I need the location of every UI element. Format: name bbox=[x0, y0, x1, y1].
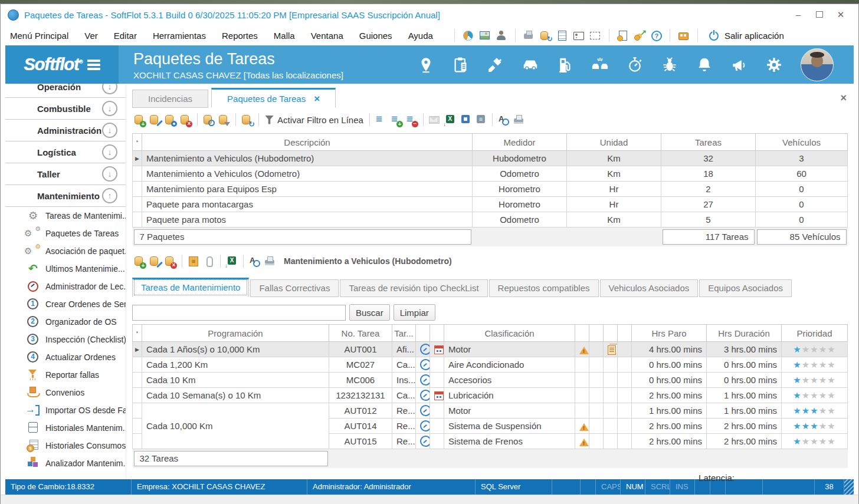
task-row[interactable]: Cada 1,200 KmMC027Ca...Aire Acondicionad… bbox=[133, 357, 848, 373]
close-tab-icon[interactable]: × bbox=[314, 90, 320, 107]
user-icon[interactable] bbox=[495, 29, 508, 41]
image-icon[interactable] bbox=[478, 29, 491, 41]
subtab-equipos-asociados[interactable]: Equipos Asociados bbox=[699, 279, 792, 297]
sidebar-section-operacion[interactable]: Operación↓ bbox=[5, 84, 126, 98]
task-row[interactable]: ▶Cada 1 Años(s) o 10,000 KmAUT001Afi...M… bbox=[133, 342, 848, 357]
id-card-icon[interactable] bbox=[677, 29, 690, 41]
chevron-up-icon[interactable]: ↑ bbox=[102, 188, 117, 203]
column-header-tareas[interactable]: Tareas bbox=[661, 134, 756, 151]
notes-icon[interactable] bbox=[187, 255, 200, 268]
sidebar-section-taller[interactable]: Taller↓ bbox=[5, 163, 126, 185]
help-icon[interactable] bbox=[650, 29, 663, 41]
car-icon[interactable] bbox=[522, 56, 539, 74]
sidebar-item-administrador-de-lec[interactable]: Administrador de Lec... bbox=[5, 278, 126, 295]
column-header-descripcion[interactable]: Descripción bbox=[142, 134, 473, 151]
column-header-tar[interactable]: Tar... bbox=[392, 325, 416, 342]
tab-incidencias[interactable]: Incidencias bbox=[132, 90, 208, 108]
subtab-tareas-de-mantenimiento[interactable]: Tareas de Mantenimiento bbox=[132, 278, 249, 297]
chevron-down-icon[interactable]: ↓ bbox=[102, 84, 117, 94]
menu-item-malla[interactable]: Malla bbox=[274, 31, 295, 41]
print-icon[interactable] bbox=[513, 114, 526, 126]
menu-item-herramientas[interactable]: Herramientas bbox=[153, 31, 206, 41]
package-row[interactable]: Mantenimiento para Equipos EspHorometroH… bbox=[133, 182, 848, 197]
chevron-down-icon[interactable]: ↓ bbox=[102, 144, 117, 160]
contact-card-icon[interactable] bbox=[572, 29, 585, 41]
subtab-fallas-correctivas[interactable]: Fallas Correctivas bbox=[250, 279, 339, 297]
package-row[interactable]: Paquete para motosOdometroKm50 bbox=[133, 212, 848, 228]
close-button[interactable]: ✕ bbox=[830, 7, 851, 22]
db-transfer-icon[interactable] bbox=[539, 29, 552, 41]
search-input[interactable] bbox=[132, 305, 346, 321]
menu-item-ayuda[interactable]: Ayuda bbox=[408, 31, 433, 41]
print-icon[interactable] bbox=[264, 255, 277, 268]
sidebar-section-administracion[interactable]: Administración↓ bbox=[5, 120, 126, 141]
hamburger-menu-icon[interactable] bbox=[87, 58, 100, 72]
crash-icon[interactable] bbox=[591, 56, 609, 74]
db-search-icon[interactable] bbox=[202, 114, 215, 126]
sidebar-item-analizador-mantenim[interactable]: Analizador Mantenim... bbox=[5, 454, 126, 472]
tree-list-icon[interactable] bbox=[375, 114, 388, 126]
certificate-icon[interactable] bbox=[617, 29, 630, 41]
find-text-icon[interactable] bbox=[248, 255, 261, 268]
find-text-icon[interactable] bbox=[497, 114, 510, 126]
chevron-down-icon[interactable]: ↓ bbox=[102, 166, 117, 182]
gear-icon[interactable] bbox=[765, 56, 783, 74]
column-header-unidad[interactable]: Unidad bbox=[567, 134, 661, 151]
db-delete-icon[interactable] bbox=[179, 114, 192, 126]
task-row[interactable]: Cada 10 Semana(s) o 10 Km1232132131Ca...… bbox=[133, 388, 848, 403]
menu-item-ver[interactable]: Ver bbox=[84, 31, 98, 41]
close-panel-icon[interactable]: × bbox=[840, 92, 848, 104]
menu-item-menu-principal[interactable]: Menú Principal bbox=[10, 31, 68, 41]
sidebar-section-combustible[interactable]: Combustible↓ bbox=[5, 98, 126, 120]
exit-application-button[interactable]: Salir aplicación bbox=[706, 29, 784, 41]
menu-item-ventana[interactable]: Ventana bbox=[311, 31, 343, 41]
sidebar-item-reportar-fallas[interactable]: Reportar fallas bbox=[5, 366, 126, 384]
sidebar-item-historiales-mantenim[interactable]: Historiales Mantenim... bbox=[5, 419, 126, 437]
sidebar-section-logistica[interactable]: Logística↓ bbox=[5, 141, 126, 163]
task-row[interactable]: Cada 10,000 KmAUT012Re...Motor1 hrs.00 m… bbox=[133, 403, 848, 419]
bug-icon[interactable] bbox=[661, 56, 678, 74]
stopwatch-icon[interactable] bbox=[626, 56, 644, 74]
sidebar-item-historiales-consumos[interactable]: Historiales Consumos bbox=[5, 437, 126, 454]
window-frame-icon[interactable] bbox=[589, 29, 602, 41]
sidebar-item-paquetes-de-tareas[interactable]: Paquetes de Tareas bbox=[5, 225, 126, 242]
clipboard-icon[interactable] bbox=[452, 56, 470, 74]
subtab-repuestos-compatibles[interactable]: Repuestos compatibles bbox=[489, 279, 599, 297]
plug-icon[interactable] bbox=[487, 56, 504, 74]
activate-inline-filter-button[interactable]: Activar Filtro en Línea bbox=[265, 115, 363, 125]
subtab-vehiculos-asociados[interactable]: Vehiculos Asociados bbox=[600, 279, 699, 297]
print-settings-icon[interactable] bbox=[523, 29, 536, 41]
report-icon[interactable] bbox=[556, 29, 569, 41]
limpiar-button[interactable]: Limpiar bbox=[394, 304, 435, 321]
package-row[interactable]: Paquete para montacargasHorometroHr270 bbox=[133, 197, 848, 212]
db-filter-icon[interactable] bbox=[218, 114, 231, 126]
subtab-tareas-de-revision-tipo-checklist[interactable]: Tareas de revisión tipo CheckList bbox=[340, 279, 487, 297]
finance-chart-icon[interactable] bbox=[633, 29, 646, 41]
db-view-icon[interactable] bbox=[164, 114, 177, 126]
menu-item-reportes[interactable]: Reportes bbox=[222, 31, 258, 41]
db-add-icon[interactable] bbox=[133, 255, 146, 268]
minimize-button[interactable]: – bbox=[788, 7, 809, 22]
menu-item-editar[interactable]: Editar bbox=[114, 31, 137, 41]
map-pin-icon[interactable] bbox=[417, 56, 435, 74]
column-header-prioridad[interactable]: Prioridad bbox=[782, 325, 848, 342]
sidebar-item-ultimos-mantenimie[interactable]: Ultimos Mantenimie... bbox=[5, 260, 126, 278]
sidebar-item-importar-os-desde-fa[interactable]: Importar OS desde Fa... bbox=[5, 401, 126, 419]
sidebar-item-convenios[interactable]: Convenios bbox=[5, 384, 126, 401]
export-excel-icon[interactable] bbox=[225, 255, 238, 268]
maximize-button[interactable] bbox=[809, 7, 830, 22]
sidebar-item-actualizar-ordenes[interactable]: Actualizar Ordenes bbox=[5, 348, 126, 366]
sidebar-item-inspeccion-checklist[interactable]: Inspección (Checklist) bbox=[5, 331, 126, 348]
sidebar-item-organizador-de-os[interactable]: Organizador de OS bbox=[5, 313, 126, 331]
tree-remove-icon[interactable] bbox=[405, 114, 418, 126]
bell-icon[interactable] bbox=[696, 56, 713, 74]
chevron-down-icon[interactable]: ↓ bbox=[102, 123, 117, 138]
fuel-icon[interactable] bbox=[556, 56, 574, 74]
column-header-medidor[interactable]: Medidor bbox=[473, 134, 567, 151]
column-header-hrs-paro[interactable]: Hrs Paro bbox=[632, 325, 707, 342]
tab-paquetes-de-tareas[interactable]: Paquetes de Tareas× bbox=[211, 88, 336, 108]
sidebar-item-tareas-de-mantenimi[interactable]: Tareas de Mantenimi... bbox=[5, 207, 126, 225]
db-edit-icon[interactable] bbox=[149, 114, 162, 126]
column-header-programacion[interactable]: Programación bbox=[142, 325, 329, 342]
task-row[interactable]: Cada 10 KmMC006Ins...Accesorios0 hrs.00 … bbox=[133, 373, 848, 388]
